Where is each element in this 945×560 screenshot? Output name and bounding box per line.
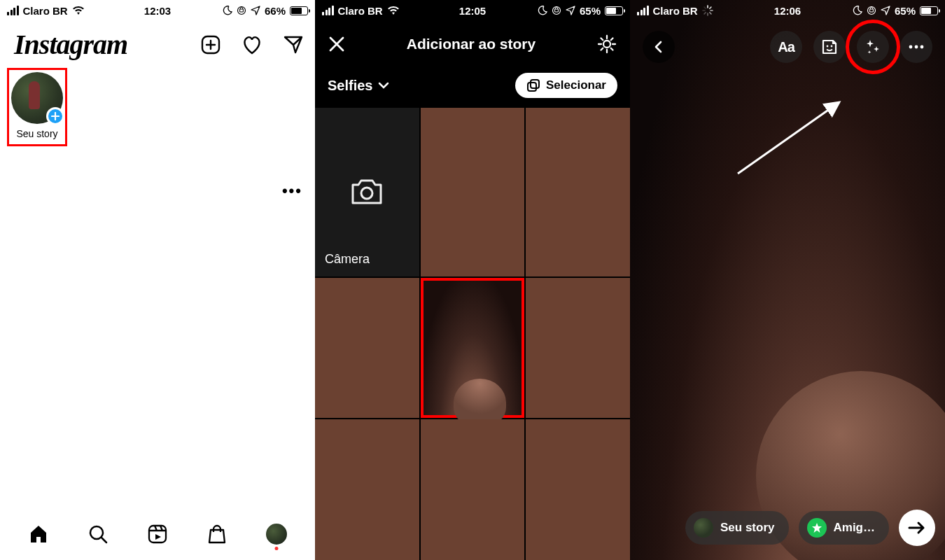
screen-story-editor: Claro BR 12:06 65% Aa	[630, 0, 945, 560]
carrier-label: Claro BR	[653, 5, 698, 17]
camera-label: Câmera	[325, 252, 370, 267]
direct-messages-icon[interactable]	[283, 34, 304, 55]
photo-thumbnail[interactable]	[421, 419, 525, 560]
location-icon	[251, 6, 260, 15]
reels-tab-icon[interactable]	[147, 524, 168, 545]
your-story-item[interactable]: Seu story	[7, 68, 67, 144]
more-tools-button[interactable]	[900, 31, 932, 63]
wifi-icon	[72, 6, 85, 15]
signal-icon	[637, 6, 649, 15]
signal-icon	[322, 6, 334, 15]
moon-icon	[853, 6, 862, 15]
notification-dot-icon	[275, 547, 279, 550]
status-bar: Claro BR 12:05 65%	[315, 0, 630, 21]
location-icon	[881, 6, 890, 15]
create-post-icon[interactable]	[200, 34, 221, 55]
select-label: Selecionar	[546, 78, 606, 92]
loading-spinner-icon	[702, 5, 713, 16]
svg-point-5	[603, 41, 610, 48]
story-tray: Seu story	[0, 68, 315, 144]
more-options-icon[interactable]: •••	[282, 182, 302, 200]
battery-pct: 66%	[265, 5, 286, 17]
battery-pct: 65%	[895, 5, 916, 17]
orientation-lock-icon	[867, 6, 876, 15]
photo-thumbnail[interactable]	[421, 108, 525, 276]
battery-pct: 65%	[580, 5, 601, 17]
orientation-lock-icon	[552, 6, 561, 15]
svg-point-12	[909, 46, 913, 49]
album-label: Selfies	[328, 78, 372, 94]
sticker-tool-button[interactable]	[813, 31, 846, 63]
share-your-story-label: Seu story	[720, 521, 774, 535]
bottom-nav	[0, 517, 315, 552]
signal-icon	[7, 6, 19, 15]
wifi-icon	[387, 6, 400, 15]
photo-thumbnail-selected[interactable]	[421, 278, 525, 419]
your-story-label: Seu story	[16, 128, 57, 139]
app-header: Instagram	[0, 21, 315, 68]
svg-line-15	[738, 102, 839, 174]
orientation-lock-icon	[237, 6, 246, 15]
battery-icon	[605, 6, 623, 15]
svg-rect-7	[528, 83, 536, 91]
add-story-plus-icon	[46, 107, 64, 125]
camera-tile[interactable]: Câmera	[315, 108, 419, 276]
search-tab-icon[interactable]	[88, 524, 108, 545]
moon-icon	[223, 6, 232, 15]
clock: 12:05	[459, 5, 486, 17]
send-button[interactable]	[899, 510, 935, 546]
screen-feed: Claro BR 12:03 66% Instagram	[0, 0, 315, 560]
arrow-right-icon	[908, 521, 926, 535]
svg-point-10	[827, 46, 829, 48]
effects-tool-button[interactable]	[857, 31, 889, 63]
album-dropdown[interactable]: Selfies	[328, 78, 389, 94]
text-tool-button[interactable]: Aa	[770, 31, 802, 63]
svg-point-9	[867, 7, 875, 15]
svg-point-8	[361, 188, 372, 199]
carrier-label: Claro BR	[338, 5, 383, 17]
select-multiple-button[interactable]: Selecionar	[515, 73, 617, 98]
clock: 12:06	[774, 5, 801, 17]
svg-rect-6	[531, 80, 539, 88]
sparkle-icon	[864, 38, 882, 56]
camera-icon	[350, 178, 384, 206]
battery-icon	[290, 6, 308, 15]
page-title: Adicionar ao story	[407, 36, 536, 52]
close-button[interactable]	[328, 35, 346, 53]
share-close-friends-label: Amig…	[834, 521, 876, 535]
chevron-down-icon	[378, 82, 389, 89]
photo-grid: Câmera	[315, 108, 630, 560]
home-tab-icon[interactable]	[28, 524, 49, 545]
carrier-label: Claro BR	[23, 5, 68, 17]
status-bar: Claro BR 12:03 66%	[0, 0, 315, 21]
avatar-icon	[694, 518, 713, 538]
photo-thumbnail[interactable]	[315, 278, 419, 419]
svg-point-14	[920, 46, 924, 49]
screen-add-to-story: Claro BR 12:05 65% Adicionar ao story Se…	[315, 0, 630, 560]
activity-heart-icon[interactable]	[241, 34, 263, 55]
svg-rect-3	[149, 526, 166, 542]
photo-thumbnail[interactable]	[526, 278, 630, 419]
settings-gear-icon[interactable]	[596, 34, 617, 55]
sticker-icon	[820, 38, 839, 56]
profile-tab-avatar[interactable]	[266, 524, 287, 545]
share-close-friends-button[interactable]: Amig…	[799, 511, 890, 545]
status-bar: Claro BR 12:06 65%	[630, 0, 945, 21]
share-your-story-button[interactable]: Seu story	[685, 511, 788, 545]
svg-point-0	[237, 7, 245, 15]
battery-icon	[920, 6, 938, 15]
more-dots-icon	[909, 45, 924, 49]
text-tool-label: Aa	[778, 39, 794, 55]
multi-select-icon	[526, 78, 540, 92]
photo-thumbnail[interactable]	[315, 419, 419, 560]
close-friends-star-icon	[807, 518, 827, 538]
photo-thumbnail[interactable]	[526, 419, 630, 560]
svg-point-11	[831, 46, 833, 48]
clock: 12:03	[144, 5, 171, 17]
shop-tab-icon[interactable]	[206, 524, 227, 545]
annotation-arrow	[731, 97, 850, 181]
back-button[interactable]	[643, 31, 675, 63]
photo-thumbnail[interactable]	[526, 108, 630, 276]
svg-point-13	[915, 46, 918, 49]
instagram-logo[interactable]: Instagram	[14, 28, 127, 61]
